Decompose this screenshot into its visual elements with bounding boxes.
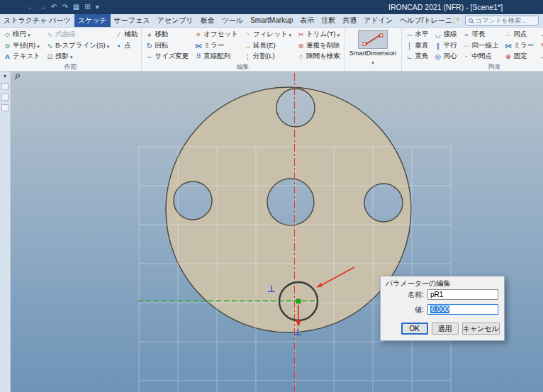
ribbon-ellipse[interactable]: ○楕円 [2, 29, 42, 40]
name-value: pR1 [430, 291, 443, 298]
ribbon-coincident[interactable]: ∴同点 [503, 29, 535, 40]
smartdimension-button[interactable]: SmartDimension [347, 29, 400, 67]
ribbon-tangent[interactable]: ◡接線 [432, 29, 458, 40]
construction-icon: ∕ [115, 31, 123, 38]
ribbon-resize[interactable]: ⇔サイズ変更 [144, 51, 190, 62]
perpendicular-constraint-icon-bottom: ⊥ [293, 327, 302, 337]
sketch-canvas[interactable]: ⊥ ⊥ [11, 72, 543, 392]
ribbon-formula-curve[interactable]: ∿式曲線 [45, 29, 111, 40]
fillet-label: フィレット [253, 30, 288, 39]
rotate-icon: ↻ [145, 43, 153, 50]
smartdimension-icon [358, 30, 388, 49]
ribbon-concentric[interactable]: ◎同心 [432, 51, 458, 62]
ribbon-move[interactable]: ＋移動 [144, 29, 190, 40]
nav-forward-icon[interactable]: → [39, 0, 46, 14]
left-panel-strip[interactable]: ▾ [0, 72, 11, 392]
nav-back-icon[interactable]: ← [27, 0, 34, 14]
linear-array-label: 直線配列 [203, 52, 230, 61]
properties-tab-icon[interactable] [1, 104, 9, 111]
tab-annotation[interactable]: 注釈 [318, 14, 339, 27]
grid-icon[interactable]: ▦ [73, 0, 79, 14]
resize-icon: ⇔ [145, 53, 153, 60]
ribbon-midpoint[interactable]: ·中間点 [461, 51, 500, 62]
find-gap-label: 隙間を検索 [306, 52, 340, 61]
draw-group-label: 作図 [2, 62, 139, 71]
cancel-button[interactable]: キャンセル [462, 323, 500, 335]
ribbon-remove-duplicates[interactable]: ⊘重複を削除 [296, 40, 342, 52]
ribbon-rotate[interactable]: ↻回転 [144, 40, 190, 52]
concentric-icon: ◎ [434, 53, 442, 60]
ribbon-projection[interactable]: ⊡投影 [45, 51, 111, 62]
ribbon-linear-array[interactable]: ⠿直線配列 [193, 51, 240, 62]
ribbon-mirror-constraint[interactable]: ⋈ミラー [503, 40, 535, 52]
qat-more-icon[interactable]: ▾ [96, 0, 99, 14]
move-label: 移動 [155, 30, 168, 39]
undo-icon[interactable]: ↶ [51, 0, 57, 14]
bspline-icon: ∿ [46, 43, 54, 50]
text-label: テキスト [13, 52, 40, 61]
value-label: 値: [415, 305, 424, 315]
sketch-viewport[interactable]: ⊥ ⊥ [11, 72, 543, 392]
ribbon-extend[interactable]: →延長(E) [242, 40, 293, 52]
tab-common[interactable]: 共通 [339, 14, 360, 27]
ribbon-bspline[interactable]: ∿B-スプライン(S) [45, 40, 111, 52]
fillet-icon: ◝ [244, 31, 252, 38]
tangent-icon: ◡ [434, 31, 442, 38]
redo-icon[interactable]: ↷ [62, 0, 67, 14]
tab-tools[interactable]: ツール [218, 14, 247, 27]
tab-display[interactable]: 表示 [296, 14, 318, 27]
tab-sheet-metal[interactable]: 板金 [197, 14, 218, 27]
ribbon-offset[interactable]: ≡オフセット [193, 29, 240, 40]
ok-button[interactable]: OK [401, 323, 428, 335]
value-input[interactable]: 6.000 [427, 304, 498, 315]
tab-smartmarkup[interactable]: SmartMarkup [247, 14, 296, 27]
bspline-label: B-スプライン(S) [55, 41, 106, 50]
assistant-sparkle-icon[interactable]: ＊ [454, 16, 461, 26]
ribbon-find-gap[interactable]: ○隙間を検索 [296, 51, 342, 62]
ribbon-fillet[interactable]: ◝フィレット [242, 29, 293, 40]
ribbon-construction[interactable]: ∕補助 [113, 29, 139, 40]
equal-length-label: 等長 [471, 30, 485, 39]
scene-browser-tab-icon[interactable] [1, 83, 9, 90]
ribbon-horizontal[interactable]: ─水平 [404, 29, 430, 40]
dialog-titlebar[interactable]: パラメーターの編集 [381, 276, 504, 287]
extend-icon: → [244, 43, 252, 50]
ribbon-point[interactable]: •点 [113, 40, 139, 52]
command-search-input[interactable]: コマンドを検索... [465, 16, 539, 26]
ribbon-horizontal-dim[interactable]: ↔水平 [538, 51, 543, 62]
apply-button[interactable]: 適用 [432, 323, 459, 335]
title-bar: ← → ↶ ↷ ▦ ⊞ ▾ IRONCAD 2021 (NFR) - [Scen… [0, 0, 543, 14]
text-icon: A [4, 53, 11, 60]
ribbon-collinear[interactable]: ⋯同一線上 [461, 40, 500, 52]
new-window-icon[interactable]: ⊞ [84, 0, 90, 14]
ribbon-perpendicular[interactable]: ∟直角 [404, 51, 430, 62]
hole-left [174, 181, 212, 220]
point-label: 点 [124, 41, 131, 50]
chevron-down-icon[interactable]: ▾ [4, 73, 6, 79]
tab-surface[interactable]: サーフェス [111, 14, 154, 27]
value-text-selected: 6.000 [430, 306, 449, 313]
ribbon-text[interactable]: Aテキスト [2, 51, 42, 62]
circle-center-handle[interactable] [296, 299, 301, 303]
draw-group: ○楕円 ∿式曲線 ∕補助 ⊙半径(R) ∿B-スプライン(S) •点 Aテキスト… [0, 28, 142, 71]
ribbon-split[interactable]: ¦分割(L) [242, 51, 293, 62]
ribbon-parallel[interactable]: ∥平行 [432, 40, 458, 52]
remove-duplicates-icon: ⊘ [297, 43, 305, 50]
chevron-down-icon [70, 52, 73, 60]
tab-structure-parts[interactable]: ストラクチャ パーツ [0, 14, 74, 27]
tab-assembly[interactable]: アセンブリ [154, 14, 197, 27]
ribbon-fix[interactable]: ⊕固定 [503, 51, 535, 62]
ribbon-mirror[interactable]: ⋈ミラー [193, 40, 240, 52]
tab-addin[interactable]: アドイン [360, 14, 396, 27]
ribbon-pierce-point[interactable]: ↗貫通点 [538, 29, 543, 40]
tab-sketch[interactable]: スケッチ [74, 14, 111, 27]
ribbon-equal-length[interactable]: =等長 [461, 29, 500, 40]
catalog-tab-icon[interactable] [1, 94, 9, 101]
ribbon-trim[interactable]: ✂トリム(T) [296, 29, 342, 40]
name-input[interactable]: pR1 [427, 289, 498, 300]
ribbon-edit-dimension[interactable]: ✎寸法を編集 [538, 40, 543, 52]
split-label: 分割(L) [253, 52, 275, 61]
ribbon-circle-radius[interactable]: ⊙半径(R) [2, 40, 42, 52]
offset-label: オフセット [203, 30, 238, 39]
ribbon-vertical[interactable]: │垂直 [404, 40, 430, 52]
